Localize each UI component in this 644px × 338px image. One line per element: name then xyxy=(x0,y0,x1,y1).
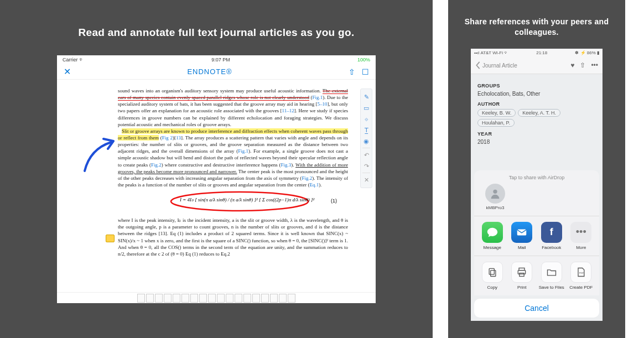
year-value: 2018 xyxy=(477,139,596,145)
document-viewer[interactable]: sound waves into an organism's auditory … xyxy=(57,80,376,292)
share-app-more[interactable]: ••• More xyxy=(567,222,595,250)
thumb[interactable] xyxy=(146,294,154,303)
more-icon[interactable]: ••• xyxy=(591,61,598,69)
ipad-statusbar: Carrier ᯤ 9:07 PM 100% xyxy=(57,55,376,64)
groups-label: GROUPS xyxy=(477,83,596,89)
folder-icon xyxy=(541,262,562,283)
status-time: 9:07 PM xyxy=(211,57,230,63)
pdf-icon: PDF xyxy=(570,262,591,283)
document-text-2: where I is the peak intensity, I₀ is the… xyxy=(118,217,348,257)
message-icon xyxy=(482,222,503,243)
author-pill[interactable]: Houlahan, P. xyxy=(477,119,515,127)
thumb[interactable] xyxy=(199,294,207,303)
promo-panel-annotate: Read and annotate full text journal arti… xyxy=(0,0,433,338)
airdrop-contact[interactable]: kMBPro3 xyxy=(480,184,511,210)
status-time: 21:18 xyxy=(536,50,547,55)
app-title: ENDNOTE® xyxy=(187,67,232,76)
copy-icon xyxy=(482,262,503,283)
thumb[interactable] xyxy=(270,294,278,303)
status-carrier: Carrier ᯤ xyxy=(63,57,84,63)
airdrop-hint: Tap to share with AirDrop xyxy=(474,175,599,180)
svg-rect-4 xyxy=(489,268,494,274)
share-app-mail[interactable]: Mail xyxy=(508,222,536,250)
comment-icon[interactable]: ▭ xyxy=(361,102,372,113)
year-label: YEAR xyxy=(477,131,596,137)
iphone-statusbar: ••ıl AT&T Wi-Fi ᯤ 21:18 ✽ ⚡ 86% ▮ xyxy=(471,49,603,58)
thumb[interactable] xyxy=(181,294,189,303)
thumb[interactable] xyxy=(208,294,216,303)
open-external-icon[interactable]: ☐ xyxy=(362,67,369,76)
reference-detail: GROUPS Echolocation, Bats, Other AUTHOR … xyxy=(471,74,603,149)
thumb[interactable] xyxy=(137,294,145,303)
stamp-icon[interactable]: ◉ xyxy=(361,136,372,147)
ipad-mock: Carrier ᯤ 9:07 PM 100% ✕ ENDNOTE® ⇧ ☐ so… xyxy=(57,55,376,303)
svg-rect-2 xyxy=(517,229,527,235)
undo-icon[interactable]: ↶ xyxy=(361,149,372,160)
promo-panel-share: Share references with your peers and col… xyxy=(448,0,625,338)
cancel-button[interactable]: Cancel xyxy=(474,299,599,318)
close-button[interactable]: ✕ xyxy=(64,66,71,77)
pen-icon[interactable]: ✎ xyxy=(361,91,372,102)
caption-annotate: Read and annotate full text journal arti… xyxy=(79,27,355,39)
thumb[interactable] xyxy=(288,294,295,303)
share-app-message[interactable]: Message xyxy=(479,222,506,250)
mail-icon xyxy=(511,222,532,243)
thumb[interactable] xyxy=(279,294,287,303)
share-icon[interactable]: ⇧ xyxy=(580,61,585,69)
more-apps-icon: ••• xyxy=(570,222,591,243)
share-icon[interactable]: ⇧ xyxy=(349,67,355,76)
sticky-note-icon[interactable] xyxy=(106,235,115,242)
action-create-pdf[interactable]: PDF Create PDF xyxy=(567,262,595,290)
thumb[interactable] xyxy=(235,294,242,303)
action-print[interactable]: Print xyxy=(508,262,536,290)
thumb[interactable] xyxy=(155,294,163,303)
page-thumbnails[interactable] xyxy=(57,292,376,303)
share-apps-row: Message Mail f Facebook ••• More xyxy=(474,216,599,256)
lasso-icon[interactable]: ⟐ xyxy=(361,113,372,124)
thumb[interactable] xyxy=(164,294,172,303)
print-icon xyxy=(511,262,532,283)
author-pills: Keeley, B. W. Keeley, A. T. H. Houlahan,… xyxy=(477,109,596,127)
author-pill[interactable]: Keeley, A. T. H. xyxy=(518,109,560,117)
thumb[interactable] xyxy=(252,294,260,303)
author-pill[interactable]: Keeley, B. W. xyxy=(477,109,516,117)
favorite-icon[interactable]: ♥ xyxy=(570,61,574,69)
status-battery: ✽ ⚡ 86% ▮ xyxy=(575,50,599,55)
back-label: Journal Article xyxy=(482,63,517,69)
groups-value: Echolocation, Bats, Other xyxy=(477,91,596,97)
airdrop-row: kMBPro3 xyxy=(474,184,599,216)
contact-name: kMBPro3 xyxy=(486,205,505,210)
avatar-icon xyxy=(485,184,505,204)
equation-block: I = 4I₀ [ sin(π a/λ sinθ) / (π a/λ sinθ)… xyxy=(118,191,348,214)
caption-share: Share references with your peers and col… xyxy=(448,17,625,38)
annotation-arrow xyxy=(79,132,123,176)
thumb[interactable] xyxy=(190,294,198,303)
text-tool-icon[interactable]: T̲ xyxy=(361,124,372,136)
action-copy[interactable]: Copy xyxy=(479,262,506,290)
back-button[interactable]: Journal Article xyxy=(475,61,517,69)
share-actions-row: Copy Print Save to Files PDF Create PDF xyxy=(474,256,599,295)
close-tools-icon[interactable]: ✕ xyxy=(361,174,372,185)
svg-rect-3 xyxy=(490,270,495,276)
chevron-left-icon xyxy=(475,61,481,69)
share-app-facebook[interactable]: f Facebook xyxy=(538,222,565,250)
annotation-toolbar: ✎ ▭ ⟐ T̲ ◉ ↶ ↷ ✕ xyxy=(360,89,372,188)
share-sheet: Tap to share with AirDrop kMBPro3 Messag… xyxy=(474,170,599,318)
thumb[interactable] xyxy=(173,294,180,303)
document-text: sound waves into an organism's auditory … xyxy=(118,87,348,188)
ipad-navbar: ✕ ENDNOTE® ⇧ ☐ xyxy=(57,64,376,80)
thumb[interactable] xyxy=(243,294,251,303)
action-save-files[interactable]: Save to Files xyxy=(538,262,565,290)
facebook-icon: f xyxy=(541,222,562,243)
iphone-mock: ••ıl AT&T Wi-Fi ᯤ 21:18 ✽ ⚡ 86% ▮ Journa… xyxy=(471,49,603,321)
status-battery: 100% xyxy=(357,57,370,63)
svg-text:PDF: PDF xyxy=(579,272,584,274)
svg-point-1 xyxy=(493,189,497,193)
thumb[interactable] xyxy=(226,294,233,303)
redo-icon[interactable]: ↷ xyxy=(361,160,372,171)
author-label: AUTHOR xyxy=(477,101,596,107)
thumb[interactable] xyxy=(261,294,269,303)
thumb[interactable] xyxy=(217,294,225,303)
svg-rect-7 xyxy=(520,273,524,276)
status-carrier: ••ıl AT&T Wi-Fi ᯤ xyxy=(474,50,508,55)
